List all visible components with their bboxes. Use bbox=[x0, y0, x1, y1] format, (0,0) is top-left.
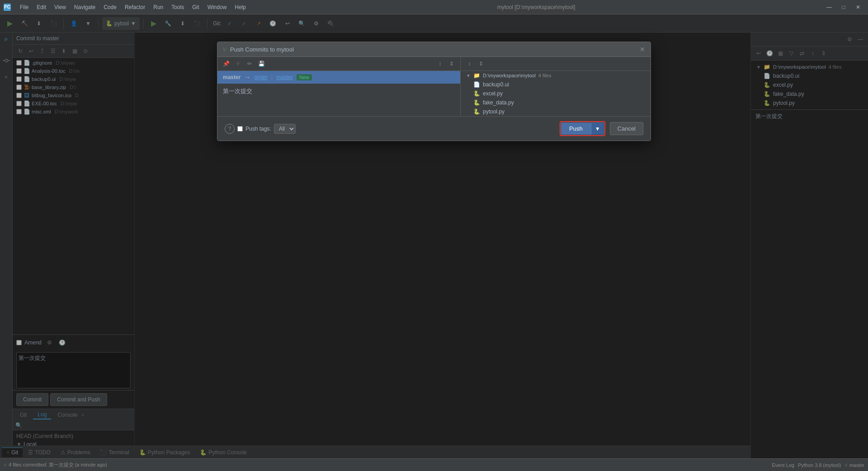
status-left-text: 4 files committed: 第一次提交 (a minute ago) bbox=[9, 462, 107, 468]
branch-push-row[interactable]: master → origin : master New bbox=[217, 71, 460, 84]
branch-to-link[interactable]: master bbox=[276, 74, 293, 80]
push-button[interactable]: Push bbox=[561, 122, 591, 135]
push-tags-label: Push tags: bbox=[245, 126, 271, 132]
branch-name: master bbox=[849, 462, 864, 468]
branch-colon: : bbox=[271, 74, 273, 80]
minimize-button[interactable]: — bbox=[823, 1, 835, 14]
dlg-edit-btn[interactable]: ✏ bbox=[245, 59, 255, 69]
menu-run[interactable]: Run bbox=[150, 3, 167, 11]
dlg-folder-path: D:\myworkspace\mytool bbox=[483, 73, 536, 78]
status-git-icon: ⑂ bbox=[4, 462, 7, 468]
dlg-file-count: 4 files bbox=[538, 73, 552, 78]
dlg-sort-btn[interactable]: ↕ bbox=[435, 59, 445, 69]
menu-window[interactable]: Window bbox=[204, 3, 231, 11]
push-button-group: Push ▼ bbox=[561, 122, 604, 135]
menu-refactor[interactable]: Refactor bbox=[121, 3, 149, 11]
branch-from-label: master bbox=[223, 74, 241, 80]
dialog-git-icon: ⑂ bbox=[223, 46, 226, 53]
dlg-py-icon-excel: 🐍 bbox=[473, 90, 480, 97]
title-bar: PC File Edit View Navigate Code Refactor… bbox=[0, 0, 868, 14]
app-logo: PC bbox=[4, 4, 11, 11]
dialog-title: ⑂ Push Commits to mytool bbox=[223, 46, 294, 53]
status-bar-left: ⑂ 4 files committed: 第一次提交 (a minute ago… bbox=[4, 462, 107, 468]
dlg-sort2-btn[interactable]: ⇕ bbox=[447, 59, 457, 69]
dialog-overlay: ⑂ Push Commits to mytool ✕ 📌 ⑂ ✏ 💾 ↕ ⇕ bbox=[0, 14, 868, 458]
dialog-title-bar: ⑂ Push Commits to mytool ✕ bbox=[217, 42, 651, 57]
dialog-title-text: Push Commits to mytool bbox=[230, 46, 294, 53]
status-bar-right: Event Log Python 3.8 (mytool) ⑂ master bbox=[772, 462, 864, 468]
dlg-rp-btn2[interactable]: ⇕ bbox=[476, 59, 486, 69]
window-controls: — □ ✕ bbox=[823, 1, 864, 14]
dlg-save-btn[interactable]: 💾 bbox=[256, 59, 266, 69]
dialog-right-toolbar: ↕ ⇕ bbox=[461, 57, 651, 71]
window-title: mytool [D:\myworkspace\mytool] bbox=[253, 4, 819, 10]
dlg-folder-item[interactable]: ▼ 📁 D:\myworkspace\mytool 4 files bbox=[461, 71, 651, 80]
menu-bar: File Edit View Navigate Code Refactor Ru… bbox=[16, 3, 250, 11]
dlg-file-name-fake: fake_data.py bbox=[483, 99, 514, 106]
branch-status[interactable]: ⑂ master bbox=[844, 462, 864, 468]
menu-navigate[interactable]: Navigate bbox=[71, 3, 99, 11]
dlg-file-fake[interactable]: 🐍 fake_data.py bbox=[461, 98, 651, 107]
dlg-py-icon-pytool: 🐍 bbox=[473, 108, 480, 115]
help-button[interactable]: ? bbox=[225, 124, 235, 134]
dlg-file-name-backup: backup0.ui bbox=[483, 81, 509, 88]
status-bar: ⑂ 4 files committed: 第一次提交 (a minute ago… bbox=[0, 458, 868, 471]
dlg-py-icon-fake: 🐍 bbox=[473, 99, 480, 106]
branch-arrow-icon: → bbox=[244, 74, 250, 81]
dlg-file-count-text: 4 files bbox=[538, 73, 552, 78]
maximize-button[interactable]: □ bbox=[837, 1, 850, 14]
dialog-left-panel: 📌 ⑂ ✏ 💾 ↕ ⇕ master → origin : master New bbox=[217, 57, 461, 116]
dlg-folder-icon: 📁 bbox=[473, 72, 480, 79]
close-button[interactable]: ✕ bbox=[852, 1, 864, 14]
dialog-commit-msg-text: 第一次提交 bbox=[223, 88, 252, 94]
dialog-commit-msg: 第一次提交 bbox=[217, 84, 460, 99]
push-tags-checkbox[interactable] bbox=[237, 126, 243, 132]
logo-text: PC bbox=[4, 5, 10, 9]
branch-icon: ⑂ bbox=[844, 462, 848, 468]
event-log-label[interactable]: Event Log bbox=[772, 462, 794, 468]
dlg-file-pytool[interactable]: 🐍 pytool.py bbox=[461, 107, 651, 116]
cancel-button[interactable]: Cancel bbox=[610, 122, 643, 135]
dlg-file-name-pytool: pytool.py bbox=[483, 108, 505, 115]
push-commits-dialog: ⑂ Push Commits to mytool ✕ 📌 ⑂ ✏ 💾 ↕ ⇕ bbox=[217, 42, 651, 141]
dlg-file-name-excel: excel.py bbox=[483, 90, 503, 97]
python-version-label: Python 3.8 (mytool) bbox=[798, 462, 841, 468]
menu-file[interactable]: File bbox=[16, 3, 32, 11]
tags-select[interactable]: All bbox=[274, 124, 296, 134]
dlg-rp-btn1[interactable]: ↕ bbox=[464, 59, 474, 69]
menu-help[interactable]: Help bbox=[231, 3, 250, 11]
new-badge: New bbox=[297, 74, 312, 80]
menu-code[interactable]: Code bbox=[100, 3, 120, 11]
menu-git[interactable]: Git bbox=[189, 3, 203, 11]
menu-tools[interactable]: Tools bbox=[168, 3, 188, 11]
push-tags-row: ? Push tags: All bbox=[225, 124, 296, 134]
dialog-content: 📌 ⑂ ✏ 💾 ↕ ⇕ master → origin : master New bbox=[217, 57, 651, 116]
dialog-right-panel: ↕ ⇕ ▼ 📁 D:\myworkspace\mytool 4 files 📄 … bbox=[461, 57, 651, 116]
dlg-pin-btn[interactable]: 📌 bbox=[221, 59, 231, 69]
origin-link[interactable]: origin bbox=[254, 74, 267, 80]
menu-view[interactable]: View bbox=[51, 3, 70, 11]
dlg-file-backup[interactable]: 📄 backup0.ui bbox=[461, 80, 651, 89]
menu-edit[interactable]: Edit bbox=[33, 3, 50, 11]
dlg-file-excel[interactable]: 🐍 excel.py bbox=[461, 89, 651, 98]
dlg-ui-icon: 📄 bbox=[473, 81, 480, 88]
dlg-branch-btn[interactable]: ⑂ bbox=[233, 59, 243, 69]
dlg-folder-expand-icon: ▼ bbox=[466, 73, 471, 78]
push-button-container: Push ▼ bbox=[560, 121, 605, 136]
dialog-footer: ? Push tags: All Push ▼ Cancel bbox=[217, 116, 651, 141]
dialog-left-toolbar: 📌 ⑂ ✏ 💾 ↕ ⇕ bbox=[217, 57, 460, 71]
dialog-close-button[interactable]: ✕ bbox=[640, 46, 645, 53]
push-dropdown-arrow[interactable]: ▼ bbox=[591, 123, 604, 135]
